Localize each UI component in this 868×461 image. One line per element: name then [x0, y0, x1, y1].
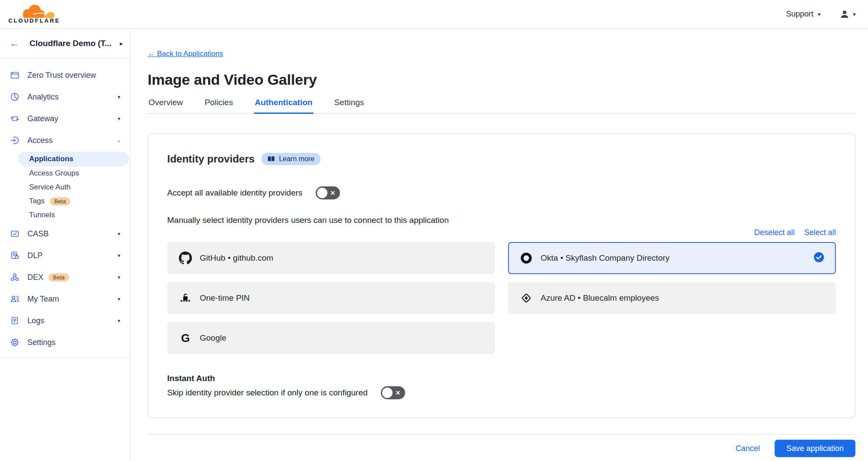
- pin-stars: ****: [180, 301, 191, 303]
- back-arrow-icon[interactable]: ←: [10, 39, 19, 48]
- card-heading: Identity providers: [167, 153, 254, 165]
- toggle-knob: [317, 188, 327, 198]
- sidebar-item-dex[interactable]: DEX Beta ▼: [0, 266, 130, 288]
- accept-all-label: Accept all available identity providers: [167, 188, 303, 198]
- chevron-down-icon: ▼: [117, 253, 121, 258]
- chevron-down-icon: ▼: [117, 297, 121, 302]
- beta-badge: Beta: [50, 197, 70, 206]
- sidebar-item-service-auth[interactable]: Service Auth: [18, 180, 129, 194]
- toggle-off-icon: ✕: [396, 390, 401, 396]
- main-content: ← Back to Applications Image and Video G…: [130, 29, 868, 461]
- user-avatar-icon: [840, 10, 849, 19]
- gear-icon: [10, 338, 20, 347]
- support-menu[interactable]: Support ▼: [786, 10, 822, 19]
- chevron-down-icon: ▼: [117, 116, 121, 121]
- cloudflare-cloud-icon: [9, 4, 59, 18]
- beta-badge: Beta: [49, 273, 69, 282]
- manual-select-text: Manually select identity providers users…: [167, 215, 836, 226]
- gateway-icon: [10, 114, 20, 123]
- instant-auth-heading: Instant Auth: [167, 373, 836, 384]
- page-title: Image and Video Gallery: [148, 71, 855, 88]
- dlp-icon: [10, 251, 20, 260]
- access-icon: [10, 136, 20, 145]
- chevron-down-icon: ▼: [117, 318, 121, 323]
- github-icon: [178, 252, 192, 265]
- chevron-down-icon: ▼: [117, 232, 121, 236]
- account-name: Cloudflare Demo (T...: [30, 39, 120, 48]
- brand-wordmark: CLOUDFLARE: [8, 17, 60, 24]
- sidebar-nav: Zero Trust overview Analytics ▼: [0, 59, 130, 358]
- save-application-button[interactable]: Save application: [775, 440, 855, 457]
- sidebar-item-casb[interactable]: CASB ▼: [0, 223, 130, 245]
- okta-icon: [519, 252, 533, 264]
- logs-icon: [10, 316, 20, 325]
- cloudflare-logo: CLOUDFLARE: [7, 4, 62, 24]
- sidebar-divider: [0, 358, 130, 358]
- chevron-up-icon: ▲: [117, 138, 121, 143]
- instant-auth-description: Skip identity provider selection if only…: [167, 388, 368, 398]
- sidebar-item-analytics[interactable]: Analytics ▼: [0, 86, 130, 108]
- sidebar-item-tags[interactable]: Tags Beta: [18, 194, 129, 208]
- provider-grid: GitHub • github.com Okta • Skyflash Comp…: [167, 242, 836, 354]
- deselect-all-link[interactable]: Deselect all: [754, 228, 795, 238]
- sidebar-item-my-team[interactable]: My Team ▼: [0, 288, 130, 310]
- sidebar-item-access[interactable]: Access ▲: [0, 129, 130, 151]
- sidebar-item-dlp[interactable]: DLP ▼: [0, 245, 130, 266]
- chevron-down-icon: ▼: [852, 12, 857, 17]
- tab-policies[interactable]: Policies: [204, 92, 234, 114]
- select-all-link[interactable]: Select all: [804, 228, 836, 238]
- chevron-down-icon: ▼: [117, 275, 121, 280]
- sidebar-item-logs[interactable]: Logs ▼: [0, 310, 130, 332]
- casb-icon: [10, 229, 20, 239]
- instant-auth-toggle[interactable]: ✕: [381, 386, 405, 399]
- toggle-off-icon: ✕: [330, 190, 336, 196]
- provider-tile-one-time-pin[interactable]: **** One-time PIN: [167, 282, 495, 314]
- sidebar-item-applications[interactable]: Applications: [18, 152, 129, 166]
- dex-icon: [10, 272, 20, 282]
- chevron-down-icon: ▼: [117, 95, 121, 99]
- sidebar: ← Cloudflare Demo (T... ▸ Zero Trust ove…: [0, 29, 130, 461]
- provider-tile-github[interactable]: GitHub • github.com: [167, 242, 495, 274]
- account-menu[interactable]: ▼: [840, 10, 857, 19]
- tab-settings[interactable]: Settings: [333, 92, 365, 114]
- accept-all-toggle[interactable]: ✕: [316, 186, 340, 199]
- sidebar-item-access-groups[interactable]: Access Groups: [18, 166, 129, 180]
- identity-providers-card: Identity providers Learn more Accept all…: [148, 133, 855, 418]
- sidebar-item-settings[interactable]: Settings: [0, 332, 130, 353]
- toggle-knob: [382, 388, 393, 398]
- access-sub-menu: Applications Access Groups Service Auth …: [18, 152, 129, 222]
- tab-authentication[interactable]: Authentication: [254, 92, 314, 114]
- back-to-applications-link[interactable]: ← Back to Applications: [148, 50, 223, 58]
- chevron-right-icon[interactable]: ▸: [120, 40, 123, 47]
- sidebar-item-gateway[interactable]: Gateway ▼: [0, 108, 130, 129]
- team-icon: [10, 294, 20, 304]
- tab-overview[interactable]: Overview: [148, 92, 184, 114]
- google-icon: G: [178, 332, 192, 344]
- top-bar: CLOUDFLARE Support ▼ ▼: [0, 0, 868, 29]
- footer-actions: Cancel Save application: [148, 434, 855, 457]
- one-time-pin-icon: ****: [178, 293, 192, 303]
- learn-more-button[interactable]: Learn more: [261, 153, 320, 165]
- selected-check-icon: [813, 252, 825, 265]
- provider-tile-okta[interactable]: Okta • Skyflash Company Directory: [508, 242, 836, 274]
- book-icon: [267, 156, 275, 162]
- provider-tile-google[interactable]: G Google: [167, 322, 495, 354]
- chevron-down-icon: ▼: [817, 12, 822, 17]
- cancel-button[interactable]: Cancel: [736, 444, 760, 453]
- sidebar-item-zero-trust-overview[interactable]: Zero Trust overview: [0, 64, 130, 86]
- sidebar-item-tunnels[interactable]: Tunnels: [18, 208, 129, 222]
- azure-ad-icon: [519, 292, 533, 304]
- analytics-icon: [10, 92, 20, 102]
- provider-tile-azure-ad[interactable]: Azure AD • Bluecalm employees: [508, 282, 836, 314]
- overview-icon: [10, 70, 20, 80]
- account-switcher: ← Cloudflare Demo (T... ▸: [0, 29, 130, 59]
- tab-bar: Overview Policies Authentication Setting…: [148, 92, 855, 114]
